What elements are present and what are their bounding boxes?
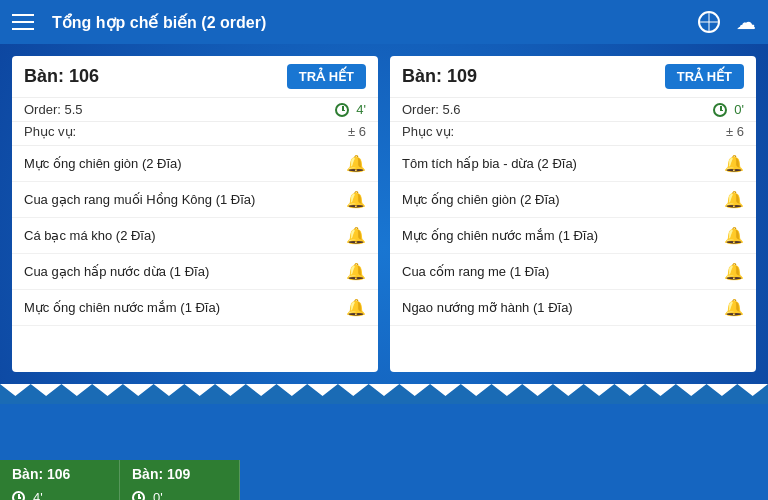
bell-icon[interactable]: 🔔: [724, 226, 744, 245]
list-item: Cua gạch rang muối Hồng Kông (1 Đĩa) 🔔: [12, 182, 378, 218]
list-item: Cua cốm rang me (1 Đĩa) 🔔: [390, 254, 756, 290]
list-item: Mực ống chiên nước mắm (1 Đĩa) 🔔: [390, 218, 756, 254]
order-card-106: Bàn: 106 TRẢ HẾT Order: 5.5 4' Phục vụ: …: [12, 56, 378, 372]
list-item: Tôm tích hấp bia - dừa (2 Đĩa) 🔔: [390, 146, 756, 182]
order-label-109: Order: 5.6: [402, 102, 461, 117]
bell-icon[interactable]: 🔔: [724, 262, 744, 281]
cloud-icon: ☁: [736, 10, 756, 34]
bell-icon[interactable]: 🔔: [346, 298, 366, 317]
bell-icon[interactable]: 🔔: [346, 262, 366, 281]
phuc-vu-label-109: Phục vụ:: [402, 124, 454, 139]
card-time-106: 4': [335, 102, 366, 117]
list-item: Mực ống chiên nước mắm (1 Đĩa) 🔔: [12, 290, 378, 326]
staff-value-109: ± 6: [726, 124, 744, 139]
order-label-106: Order: 5.5: [24, 102, 83, 117]
card-info-row2-109: Phục vụ: ± 6: [390, 122, 756, 146]
tab-time-106: 4': [0, 486, 119, 500]
wave-border: [0, 384, 768, 404]
bell-icon[interactable]: 🔔: [346, 154, 366, 173]
phuc-vu-label-106: Phục vụ:: [24, 124, 76, 139]
card-info-109: Order: 5.6 0': [390, 98, 756, 122]
card-header-109: Bàn: 109 TRẢ HẾT: [390, 56, 756, 98]
card-header-106: Bàn: 106 TRẢ HẾT: [12, 56, 378, 98]
bell-icon[interactable]: 🔔: [724, 154, 744, 173]
bell-icon[interactable]: 🔔: [724, 298, 744, 317]
tra-het-button-106[interactable]: TRẢ HẾT: [287, 64, 366, 89]
header: Tổng hợp chế biến (2 order) ☁: [0, 0, 768, 44]
main-content: Bàn: 106 TRẢ HẾT Order: 5.5 4' Phục vụ: …: [0, 44, 768, 384]
card-time-109: 0': [713, 102, 744, 117]
list-item: Cá bạc má kho (2 Đĩa) 🔔: [12, 218, 378, 254]
tab-label-109: Bàn: 109: [120, 460, 239, 486]
page-title: Tổng hợp chế biến (2 order): [52, 13, 698, 32]
menu-icon[interactable]: [12, 8, 40, 36]
tra-het-button-109[interactable]: TRẢ HẾT: [665, 64, 744, 89]
bell-icon[interactable]: 🔔: [346, 190, 366, 209]
card-info-106: Order: 5.5 4': [12, 98, 378, 122]
list-item: Mực ống chiên giòn (2 Đĩa) 🔔: [390, 182, 756, 218]
table-name-106: Bàn: 106: [24, 66, 99, 87]
tab-ban-106[interactable]: Bàn: 106 4': [0, 460, 120, 500]
globe-icon: [698, 11, 720, 33]
globe-icon-btn[interactable]: [698, 10, 720, 34]
tab-ban-109[interactable]: Bàn: 109 0': [120, 460, 240, 500]
cloud-icon-btn[interactable]: ☁: [736, 10, 756, 34]
middle-section: [0, 404, 768, 460]
bottom-tabs: Bàn: 106 4' Bàn: 109 0': [0, 460, 768, 500]
list-item: Cua gạch hấp nước dừa (1 Đĩa) 🔔: [12, 254, 378, 290]
staff-value-106: ± 6: [348, 124, 366, 139]
card-items-106: Mực ống chiên giòn (2 Đĩa) 🔔 Cua gạch ra…: [12, 146, 378, 372]
bell-icon[interactable]: 🔔: [346, 226, 366, 245]
list-item: Mực ống chiên giòn (2 Đĩa) 🔔: [12, 146, 378, 182]
tab-label-106: Bàn: 106: [0, 460, 119, 486]
card-items-109: Tôm tích hấp bia - dừa (2 Đĩa) 🔔 Mực ống…: [390, 146, 756, 372]
header-icons: ☁: [698, 10, 756, 34]
card-info-row2-106: Phục vụ: ± 6: [12, 122, 378, 146]
bell-icon[interactable]: 🔔: [724, 190, 744, 209]
list-item: Ngao nướng mỡ hành (1 Đĩa) 🔔: [390, 290, 756, 326]
table-name-109: Bàn: 109: [402, 66, 477, 87]
order-card-109: Bàn: 109 TRẢ HẾT Order: 5.6 0' Phục vụ: …: [390, 56, 756, 372]
tab-time-109: 0': [120, 486, 239, 500]
